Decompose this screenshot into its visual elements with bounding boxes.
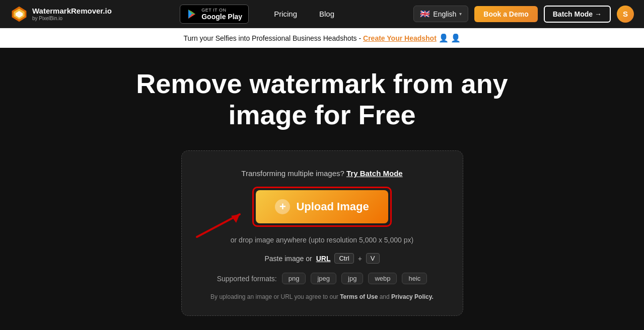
terms-text: By uploading an image or URL you agree t…: [210, 293, 434, 300]
formats-row: Supported formats: png jpeg jpg webp hei…: [217, 273, 427, 284]
upload-btn-highlight: + Upload Image: [252, 187, 391, 227]
format-jpg: jpg: [341, 273, 363, 284]
plus-separator: +: [358, 255, 362, 263]
batch-mode-button[interactable]: Batch Mode →: [544, 6, 611, 23]
logo-text: WatermarkRemover.io by PixelBin.io: [32, 7, 112, 21]
upload-image-button[interactable]: + Upload Image: [256, 190, 388, 223]
format-png: png: [282, 273, 306, 284]
gp-big-text: Google Play: [201, 13, 242, 21]
chevron-down-icon: ▾: [459, 11, 462, 17]
upload-btn-label: Upload Image: [296, 200, 369, 213]
hero-title-line2: image for Free: [228, 100, 415, 130]
user-avatar[interactable]: S: [617, 6, 634, 23]
ctrl-key: Ctrl: [334, 253, 353, 264]
paste-row: Paste image or URL Ctrl + V: [264, 253, 379, 264]
nav-pricing[interactable]: Pricing: [263, 10, 308, 18]
formats-label: Supported formats:: [217, 275, 277, 283]
format-jpeg: jpeg: [311, 273, 336, 284]
paste-text: Paste image or: [264, 255, 312, 263]
gp-small-text: GET IT ON: [201, 8, 242, 13]
navbar-right: 🇬🇧 English ▾ Book a Demo Batch Mode → S: [413, 6, 634, 23]
v-key: V: [366, 253, 380, 264]
announcement-bar: Turn your Selfies into Professional Busi…: [0, 28, 644, 48]
hero-title-line1: Remove watermark from any: [136, 68, 508, 99]
google-play-text: GET IT ON Google Play: [201, 8, 242, 21]
format-webp: webp: [368, 273, 397, 284]
book-demo-button[interactable]: Book a Demo: [474, 6, 537, 22]
navbar: WatermarkRemover.io by PixelBin.io GET I…: [0, 0, 644, 28]
main-content: Remove watermark from any image for Free…: [0, 48, 644, 330]
privacy-policy-link[interactable]: Privacy Policy.: [391, 293, 434, 300]
announcement-text: Turn your Selfies into Professional Busi…: [183, 34, 361, 42]
batch-hint-text: Transforming multiple images? Try Batch …: [241, 169, 402, 178]
logo-icon: [10, 5, 28, 23]
hero-title: Remove watermark from any image for Free: [136, 68, 508, 130]
terms-of-use-link[interactable]: Terms of Use: [340, 293, 378, 300]
upload-card: Transforming multiple images? Try Batch …: [181, 150, 463, 316]
navbar-left: WatermarkRemover.io by PixelBin.io: [10, 5, 112, 23]
google-play-icon: [186, 9, 197, 20]
logo-title: WatermarkRemover.io: [32, 7, 112, 16]
svg-marker-8: [231, 214, 240, 223]
upload-area: + Upload Image: [202, 187, 443, 227]
navbar-center: GET IT ON Google Play Pricing Blog: [180, 5, 345, 24]
red-arrow-annotation: [192, 197, 257, 242]
logo-subtitle: by PixelBin.io: [32, 16, 112, 21]
google-play-badge[interactable]: GET IT ON Google Play: [180, 5, 249, 24]
language-selector[interactable]: 🇬🇧 English ▾: [413, 6, 468, 22]
create-headshot-link[interactable]: Create Your Headshot: [363, 34, 437, 42]
plus-circle-icon: +: [275, 199, 290, 214]
try-batch-mode-link[interactable]: Try Batch Mode: [346, 169, 403, 178]
paste-url-link[interactable]: URL: [316, 255, 331, 263]
flag-icon: 🇬🇧: [420, 9, 430, 19]
svg-line-7: [197, 214, 240, 237]
emoji-person2: 👤: [451, 34, 461, 42]
nav-blog[interactable]: Blog: [308, 10, 345, 18]
drop-hint: or drop image anywhere (upto resolution …: [231, 236, 413, 244]
emoji-person1: 👤: [439, 34, 449, 42]
format-heic: heic: [402, 273, 427, 284]
language-label: English: [433, 10, 456, 18]
upload-btn-wrapper: + Upload Image: [252, 187, 391, 227]
